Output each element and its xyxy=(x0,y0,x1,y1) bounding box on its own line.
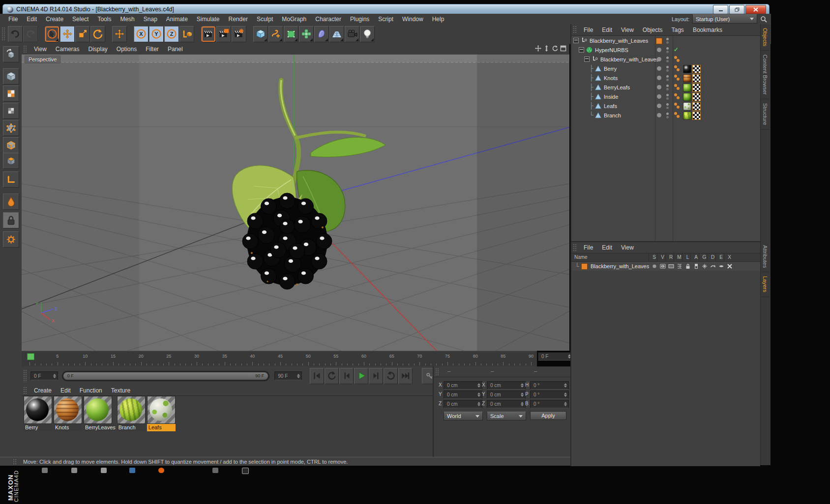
transport-grip[interactable] xyxy=(23,369,28,383)
menu-item-tools[interactable]: Tools xyxy=(93,15,116,24)
taskbar-app-icon[interactable] xyxy=(42,468,48,473)
apply-button[interactable]: Apply xyxy=(530,411,566,420)
prev-frame-button[interactable] xyxy=(339,368,354,384)
menu-item-file[interactable]: File xyxy=(4,15,22,24)
menu-item-bookmarks[interactable]: Bookmarks xyxy=(688,26,727,34)
spinner-icon[interactable] xyxy=(297,374,300,378)
lock-z-axis-button[interactable]: Z xyxy=(164,26,179,42)
spinner-icon[interactable] xyxy=(477,383,480,388)
camera-view-label[interactable]: Perspective xyxy=(25,56,60,63)
tree-row-branch[interactable]: └Branch xyxy=(571,111,760,120)
texture-tag-icon[interactable] xyxy=(692,84,701,92)
viewport-canvas[interactable]: Perspective Y Z X xyxy=(22,55,569,351)
texture-mode-button[interactable] xyxy=(3,85,19,102)
menu-item-mesh[interactable]: Mesh xyxy=(116,15,139,24)
menu-item-sculpt[interactable]: Sculpt xyxy=(252,15,277,24)
enable-axis-button[interactable] xyxy=(3,171,19,188)
menu-item-edit[interactable]: Edit xyxy=(597,243,617,252)
menu-item-mograph[interactable]: MoGraph xyxy=(277,15,311,24)
add-cloner-button[interactable] xyxy=(299,26,314,42)
next-frame-button[interactable] xyxy=(369,368,383,384)
add-cube-button[interactable] xyxy=(253,26,268,42)
tree-row-blackberry_with_leaves[interactable]: 0Blackberry_with_Leaves xyxy=(571,55,760,64)
redo-button[interactable] xyxy=(23,26,38,42)
menu-item-view[interactable]: View xyxy=(617,26,638,34)
menu-item-render[interactable]: Render xyxy=(224,15,252,24)
menu-item-edit[interactable]: Edit xyxy=(56,386,75,395)
expander-icon[interactable] xyxy=(584,56,590,62)
snap-settings-button[interactable] xyxy=(3,231,19,248)
taskbar-app-icon[interactable] xyxy=(212,468,218,473)
menu-item-plugins[interactable]: Plugins xyxy=(346,15,374,24)
visibility-toggles[interactable] xyxy=(666,75,669,81)
texture-tag-icon[interactable] xyxy=(692,74,701,83)
render-picture-viewer-button[interactable] xyxy=(216,26,231,42)
menu-item-cameras[interactable]: Cameras xyxy=(51,45,84,54)
last-tool-move-button[interactable] xyxy=(112,26,127,42)
texture-tag-icon[interactable] xyxy=(692,102,701,111)
scale-button[interactable] xyxy=(75,26,90,42)
texture-tag-icon[interactable] xyxy=(692,112,701,120)
lm-tab-attributes[interactable]: Attributes xyxy=(761,241,770,272)
rotate-button[interactable] xyxy=(90,26,105,42)
material-tag[interactable] xyxy=(683,84,691,92)
visibility-toggles[interactable] xyxy=(666,56,669,62)
taskbar-app-icon[interactable] xyxy=(71,468,77,473)
material-thumbnail[interactable] xyxy=(84,396,112,424)
menu-item-view[interactable]: View xyxy=(617,243,638,252)
spinner-icon[interactable] xyxy=(564,383,567,388)
frame-field[interactable]: 0 F xyxy=(538,352,573,361)
restore-button[interactable] xyxy=(729,5,744,14)
material-tag[interactable] xyxy=(683,102,691,111)
paint-tool-button[interactable] xyxy=(3,194,19,210)
window-titlebar[interactable]: CINEMA 4D R14.014 Studio - [Blackberry_w… xyxy=(2,4,770,15)
tree-row-berryleafs[interactable]: ├BerryLeafs xyxy=(571,83,760,92)
menu-item-simulate[interactable]: Simulate xyxy=(192,15,224,24)
coord-field[interactable]: 0 cm xyxy=(444,381,482,390)
material-knots[interactable]: Knots xyxy=(54,396,82,431)
menu-item-texture[interactable]: Texture xyxy=(107,386,135,395)
add-spline-button[interactable] xyxy=(268,26,283,42)
layer-x-toggle[interactable] xyxy=(725,263,734,269)
play-button[interactable] xyxy=(354,368,368,384)
close-button[interactable] xyxy=(745,5,766,14)
expander-icon[interactable] xyxy=(579,47,584,53)
expander-icon[interactable] xyxy=(573,38,579,43)
material-thumbnail[interactable] xyxy=(117,396,146,424)
menu-item-help[interactable]: Help xyxy=(428,15,449,24)
lm-tab-layers[interactable]: Layers xyxy=(761,272,770,297)
material-tag[interactable] xyxy=(683,65,691,73)
spinner-icon[interactable] xyxy=(53,374,56,378)
pan-view-icon[interactable] xyxy=(535,45,541,54)
taskbar-app-icon[interactable] xyxy=(129,468,135,473)
end-frame-field[interactable]: 90 F xyxy=(274,371,302,380)
viewport-grip[interactable] xyxy=(23,45,28,53)
points-mode-button[interactable] xyxy=(3,120,19,136)
coord-field[interactable]: 0 cm xyxy=(444,391,482,399)
menu-item-character[interactable]: Character xyxy=(311,15,346,24)
visibility-dot[interactable] xyxy=(657,66,661,71)
live-selection-button[interactable] xyxy=(45,26,59,42)
layer-color-chip[interactable] xyxy=(656,38,662,44)
menu-item-file[interactable]: File xyxy=(579,26,597,34)
material-thumbnail[interactable] xyxy=(54,396,82,424)
coord-field[interactable]: 0 ° xyxy=(530,381,569,390)
coord-field[interactable]: 0 cm xyxy=(487,381,526,390)
coords-grip[interactable] xyxy=(435,368,440,375)
minimize-button[interactable] xyxy=(713,5,728,14)
model-mode-button[interactable] xyxy=(3,68,19,84)
om-grip[interactable] xyxy=(573,26,577,33)
tree-row-berry[interactable]: ├Berry xyxy=(571,64,760,73)
material-berry[interactable]: Berry xyxy=(24,396,52,431)
menu-item-select[interactable]: Select xyxy=(68,15,93,24)
om-tab-structure[interactable]: Structure xyxy=(761,99,770,130)
taskbar-app-icon[interactable] xyxy=(101,468,107,473)
undo-button[interactable] xyxy=(8,26,23,42)
visibility-dot[interactable] xyxy=(657,94,661,99)
visibility-toggles[interactable] xyxy=(666,47,669,53)
visibility-dot[interactable] xyxy=(657,57,661,61)
material-tag[interactable] xyxy=(683,112,691,120)
materials-grip[interactable] xyxy=(23,387,28,394)
menu-item-file[interactable]: File xyxy=(579,243,597,252)
material-thumbnail[interactable] xyxy=(24,396,52,424)
